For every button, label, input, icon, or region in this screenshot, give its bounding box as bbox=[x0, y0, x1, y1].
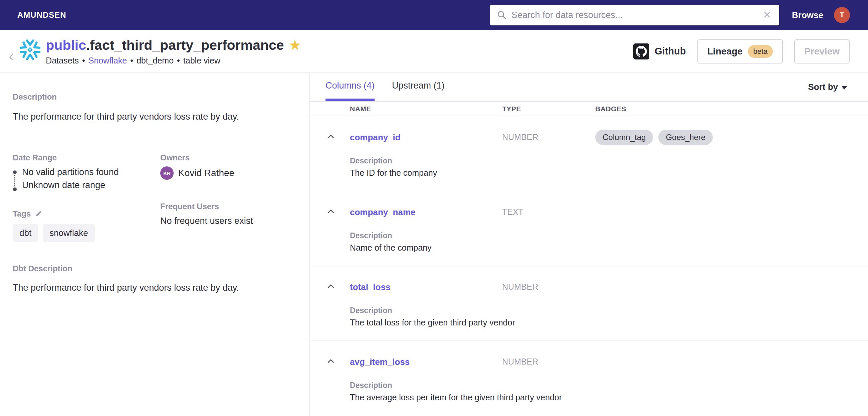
column-description-label: Description bbox=[350, 231, 392, 240]
column-badges: Column_tag Goes_here bbox=[595, 130, 713, 145]
chevron-up-icon[interactable] bbox=[327, 132, 335, 141]
column-description-label: Description bbox=[350, 156, 392, 166]
table-name: fact_third_party_performance bbox=[90, 37, 284, 53]
breadcrumb-datasets: Datasets bbox=[46, 56, 79, 65]
bookmark-star-icon[interactable]: ★ bbox=[289, 38, 301, 53]
beta-badge: beta bbox=[748, 45, 773, 58]
search-input[interactable] bbox=[512, 10, 762, 20]
schema-link[interactable]: public bbox=[46, 37, 86, 53]
breadcrumb-separator: • bbox=[177, 56, 180, 65]
top-navbar: AMUNDSEN ✕ Browse T bbox=[0, 0, 868, 30]
tags-label-row: Tags bbox=[13, 209, 43, 218]
chevron-up-icon[interactable] bbox=[327, 207, 335, 216]
column-name-link[interactable]: company_name bbox=[350, 207, 416, 217]
chevron-up-icon[interactable] bbox=[327, 282, 335, 291]
page-header: ‹ public.fact_third_party_performance ★ … bbox=[0, 30, 868, 73]
column-name-link[interactable]: avg_item_loss bbox=[350, 357, 410, 367]
tag-pill[interactable]: snowflake bbox=[43, 224, 95, 242]
badge-pill[interactable]: Column_tag bbox=[595, 130, 653, 145]
date-range-line1: No valid partitions found bbox=[22, 167, 119, 177]
owner-row: KR Kovid Rathee bbox=[160, 167, 235, 180]
table-header: NAME TYPE BADGES bbox=[310, 101, 868, 116]
github-link[interactable]: Github bbox=[633, 43, 686, 59]
owner-avatar[interactable]: KR bbox=[160, 167, 174, 180]
column-description-label: Description bbox=[350, 306, 392, 315]
amundsen-logo[interactable]: AMUNDSEN bbox=[18, 10, 66, 20]
dbt-description-label: Dbt Description bbox=[13, 264, 72, 273]
table-row: company_id NUMBER Column_tag Goes_here D… bbox=[310, 116, 868, 191]
description-label: Description bbox=[13, 92, 57, 101]
header-badges: BADGES bbox=[595, 105, 626, 113]
column-name-link[interactable]: total_loss bbox=[350, 282, 390, 292]
owner-name-link[interactable]: Kovid Rathee bbox=[178, 168, 235, 178]
date-range-line2: Unknown date range bbox=[22, 180, 119, 190]
snowflake-icon bbox=[20, 39, 40, 60]
column-type: NUMBER bbox=[502, 132, 538, 142]
owners-label: Owners bbox=[160, 153, 190, 162]
header-type: TYPE bbox=[502, 105, 521, 113]
breadcrumb-separator: • bbox=[130, 56, 133, 65]
header-name: NAME bbox=[350, 105, 371, 113]
description-text: The performance for third party vendors … bbox=[13, 112, 239, 122]
search-icon bbox=[497, 10, 507, 20]
dbt-description-text: The performance for third party vendors … bbox=[13, 283, 239, 293]
left-metadata-panel: Description The performance for third pa… bbox=[0, 73, 310, 416]
table-row: company_name TEXT Description Name of th… bbox=[310, 191, 868, 266]
caret-down-icon bbox=[841, 86, 847, 90]
preview-button[interactable]: Preview bbox=[794, 39, 850, 63]
tag-pill[interactable]: dbt bbox=[13, 224, 38, 242]
frequent-users-empty-text: No frequent users exist bbox=[160, 216, 253, 226]
back-chevron-icon[interactable]: ‹ bbox=[9, 48, 14, 63]
column-type: TEXT bbox=[502, 207, 524, 217]
column-description-label: Description bbox=[350, 381, 392, 390]
column-description-text: The ID for the company bbox=[350, 168, 437, 178]
preview-label: Preview bbox=[804, 46, 840, 57]
breadcrumb-source-link[interactable]: Snowflake bbox=[89, 56, 127, 65]
lineage-button[interactable]: Lineage beta bbox=[698, 39, 783, 63]
tab-upstream[interactable]: Upstream (1) bbox=[392, 73, 445, 101]
content-area: Description The performance for third pa… bbox=[0, 73, 868, 416]
sort-by-label: Sort by bbox=[808, 82, 838, 92]
date-range-label: Date Range bbox=[13, 153, 57, 162]
chevron-up-icon[interactable] bbox=[327, 357, 335, 365]
header-actions: Github Lineage beta Preview bbox=[633, 39, 850, 63]
tab-columns[interactable]: Columns (4) bbox=[326, 73, 375, 101]
column-description-text: Name of the company bbox=[350, 243, 432, 252]
breadcrumb: Datasets•Snowflake•dbt_demo•table view bbox=[46, 56, 301, 65]
date-range-icon bbox=[13, 167, 17, 191]
column-description-text: The total loss for the given third party… bbox=[350, 318, 515, 327]
breadcrumb-separator: • bbox=[82, 56, 85, 65]
badge-pill[interactable]: Goes_here bbox=[658, 130, 713, 145]
breadcrumb-schema: dbt_demo bbox=[136, 56, 174, 65]
column-type: NUMBER bbox=[502, 282, 538, 292]
browse-link[interactable]: Browse bbox=[792, 10, 823, 20]
sort-by-dropdown[interactable]: Sort by bbox=[808, 73, 847, 101]
github-icon bbox=[633, 43, 649, 59]
github-label: Github bbox=[655, 46, 686, 57]
tags-label: Tags bbox=[13, 209, 31, 218]
title-block: public.fact_third_party_performance ★ Da… bbox=[46, 37, 301, 65]
table-row: avg_item_loss NUMBER Description The ave… bbox=[310, 341, 868, 416]
column-type: NUMBER bbox=[502, 357, 538, 366]
tabs-row: Columns (4) Upstream (1) Sort by bbox=[310, 73, 868, 101]
edit-tags-pencil-icon[interactable] bbox=[35, 210, 43, 218]
lineage-label: Lineage bbox=[707, 46, 743, 57]
page-title: public.fact_third_party_performance ★ bbox=[46, 37, 301, 53]
column-description-text: The average loss per item for the given … bbox=[350, 393, 562, 402]
tags-list: dbt snowflake bbox=[13, 224, 95, 242]
user-avatar[interactable]: T bbox=[834, 7, 850, 23]
breadcrumb-view: table view bbox=[183, 56, 220, 65]
title-dot: . bbox=[86, 37, 90, 53]
frequent-users-label: Frequent Users bbox=[160, 202, 219, 211]
date-range-block: No valid partitions found Unknown date r… bbox=[13, 167, 119, 191]
column-name-link[interactable]: company_id bbox=[350, 132, 401, 143]
search-bar[interactable]: ✕ bbox=[490, 5, 779, 25]
columns-panel: Columns (4) Upstream (1) Sort by NAME TY… bbox=[310, 73, 868, 416]
table-row: total_loss NUMBER Description The total … bbox=[310, 266, 868, 341]
clear-search-icon[interactable]: ✕ bbox=[762, 10, 773, 20]
